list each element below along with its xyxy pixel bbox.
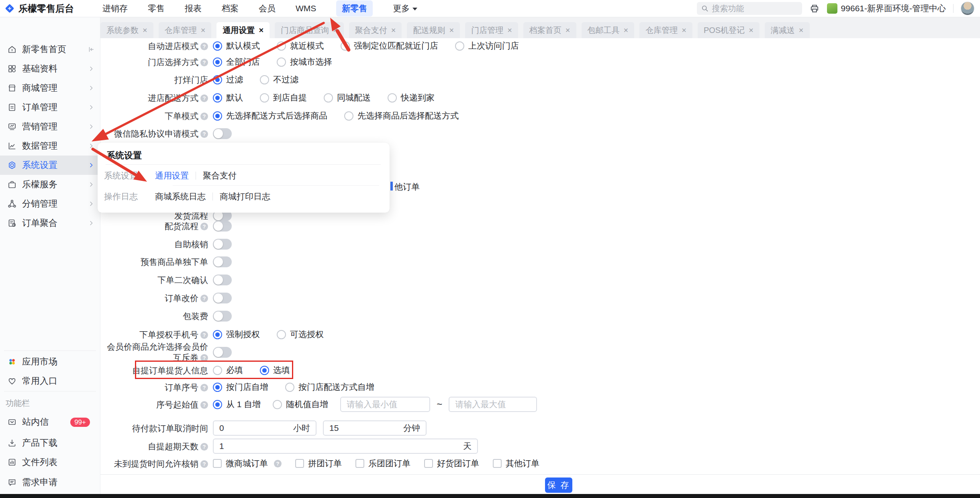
help-icon[interactable]: ? xyxy=(200,94,208,102)
radio-option[interactable]: 可选授权 xyxy=(277,329,324,340)
radio-option[interactable]: 全部门店 xyxy=(213,56,260,68)
help-icon[interactable]: ? xyxy=(200,460,208,468)
flyout-link-mall-print-log[interactable]: 商城打印日志 xyxy=(220,191,270,202)
menu-dangan[interactable]: 档案 xyxy=(222,3,239,14)
help-icon[interactable]: ? xyxy=(200,295,208,302)
close-icon[interactable]: × xyxy=(259,26,263,35)
cancel-hours-input[interactable] xyxy=(219,423,289,433)
close-icon[interactable]: × xyxy=(391,26,396,35)
menu-jinxiaocun[interactable]: 进销存 xyxy=(102,3,128,14)
radio-option[interactable]: 强制定位匹配就近门店 xyxy=(341,40,438,51)
radio-option[interactable]: 按门店自增 xyxy=(213,381,268,393)
sidebar-item-favorites[interactable]: 常用入口 xyxy=(0,371,100,391)
sidebar-item-data-mgmt[interactable]: 数据管理 xyxy=(0,136,100,156)
radio-option[interactable]: 默认模式 xyxy=(213,40,260,51)
menu-more[interactable]: 更多 xyxy=(393,3,417,14)
search-input[interactable] xyxy=(712,4,792,13)
radio-option[interactable]: 快递到家 xyxy=(388,92,435,103)
tab-cangkuguanli-1[interactable]: 仓库管理× xyxy=(159,22,212,38)
overdue-days-input[interactable] xyxy=(219,441,459,451)
tab-tongyongshezhi-active[interactable]: 通用设置× xyxy=(216,22,270,38)
close-icon[interactable]: × xyxy=(799,26,804,35)
collapse-sidebar-icon[interactable] xyxy=(88,46,95,53)
tab-peisongguize[interactable]: 配送规则× xyxy=(407,22,460,38)
toggle-off[interactable] xyxy=(213,256,232,267)
close-icon[interactable]: × xyxy=(566,26,570,35)
radio-option[interactable]: 先选择配送方式后选择商品 xyxy=(213,110,327,121)
checkbox-option[interactable]: 乐团团订单 xyxy=(355,458,410,469)
sidebar-item-inbox[interactable]: 站内信 99+ xyxy=(0,412,100,432)
toggle-off[interactable] xyxy=(213,347,232,358)
menu-xinlingshou-active[interactable]: 新零售 xyxy=(336,0,373,16)
radio-option[interactable]: 不过滤 xyxy=(260,74,298,85)
toggle-off[interactable] xyxy=(213,311,232,322)
radio-option[interactable]: 必填 xyxy=(213,365,243,376)
tab-xitongcanshu[interactable]: 系统参数× xyxy=(100,22,153,38)
radio-option[interactable]: 按门店配送方式自增 xyxy=(285,381,374,393)
close-icon[interactable]: × xyxy=(624,26,629,35)
tab-cangkuguanli-2[interactable]: 仓库管理× xyxy=(639,22,692,38)
tab-mendianshangpin[interactable]: 门店商品查询× xyxy=(275,22,344,38)
radio-option[interactable]: 强制授权 xyxy=(213,329,260,340)
help-icon[interactable]: ? xyxy=(200,331,208,339)
menu-huiyuan[interactable]: 会员 xyxy=(259,3,276,14)
user-avatar[interactable] xyxy=(961,2,974,15)
tab-danganshouye[interactable]: 档案首页× xyxy=(523,22,576,38)
sidebar-item-order-mgmt[interactable]: 订单管理 xyxy=(0,98,100,117)
checkbox-option[interactable]: 其他订单 xyxy=(493,458,539,469)
radio-option[interactable]: 上次访问门店 xyxy=(455,40,519,51)
radio-option[interactable]: 从 1 自增 xyxy=(213,399,261,410)
sidebar-item-distribution-mgmt[interactable]: 分销管理 xyxy=(0,194,100,213)
close-icon[interactable]: × xyxy=(143,26,147,35)
menu-baobiao[interactable]: 报表 xyxy=(185,3,202,14)
radio-option[interactable]: 过滤 xyxy=(213,74,243,85)
close-icon[interactable]: × xyxy=(507,26,512,35)
help-icon[interactable]: ? xyxy=(200,384,208,391)
min-value-input[interactable] xyxy=(347,400,424,409)
sidebar-item-basic-data[interactable]: 基础资料 xyxy=(0,59,100,78)
close-icon[interactable]: × xyxy=(449,26,454,35)
close-icon[interactable]: × xyxy=(333,26,338,35)
search-box[interactable] xyxy=(697,2,802,15)
toggle-off[interactable] xyxy=(213,239,232,250)
menu-wms[interactable]: WMS xyxy=(296,4,316,13)
radio-option[interactable]: 就近模式 xyxy=(277,40,324,51)
radio-option[interactable]: 按城市选择 xyxy=(277,56,332,68)
toggle-off[interactable] xyxy=(213,275,232,285)
sidebar-item-file-list[interactable]: 文件列表 xyxy=(0,453,100,472)
help-icon[interactable]: ? xyxy=(200,443,208,451)
help-icon[interactable]: ? xyxy=(200,354,208,362)
help-icon[interactable]: ? xyxy=(274,460,282,467)
help-icon[interactable]: ? xyxy=(200,113,208,120)
printer-icon[interactable] xyxy=(809,3,820,14)
sidebar-item-order-aggregation[interactable]: 订单聚合 xyxy=(0,213,100,233)
close-icon[interactable]: × xyxy=(682,26,686,35)
checkbox-option[interactable]: 拼团订单 xyxy=(295,458,342,469)
sidebar-item-home[interactable]: 新零售首页 xyxy=(0,40,100,59)
radio-option[interactable]: 选填 xyxy=(260,365,290,376)
tab-posjidengji[interactable]: POS机登记× xyxy=(698,22,760,38)
org-switcher[interactable]: 99661-新界面环境-管理中心 xyxy=(827,3,946,14)
checkbox-option[interactable]: 好货团订单 xyxy=(424,458,479,469)
checkbox-option[interactable]: 微商城订单? xyxy=(213,458,282,469)
radio-option[interactable]: 默认 xyxy=(213,92,243,103)
sidebar-item-marketing-mgmt[interactable]: 营销管理 xyxy=(0,117,100,136)
close-icon[interactable]: × xyxy=(749,26,753,35)
sidebar-item-mall-mgmt[interactable]: 商城管理 xyxy=(0,78,100,98)
toggle-off[interactable] xyxy=(213,293,232,303)
flyout-link-aggregate-pay[interactable]: 聚合支付 xyxy=(203,170,237,181)
toggle-off[interactable] xyxy=(213,221,232,232)
tab-juhezhifu[interactable]: 聚合支付× xyxy=(349,22,402,38)
sidebar-item-system-settings[interactable]: 系统设置 xyxy=(0,156,100,175)
sidebar-item-app-market[interactable]: 应用市场 xyxy=(0,352,100,371)
menu-lingshou[interactable]: 零售 xyxy=(148,3,165,14)
help-icon[interactable]: ? xyxy=(200,223,208,230)
help-icon[interactable]: ? xyxy=(200,43,208,50)
help-icon[interactable]: ? xyxy=(200,59,208,66)
radio-option[interactable]: 到店自提 xyxy=(260,92,307,103)
tab-mendianguanli[interactable]: 门店管理× xyxy=(465,22,518,38)
toggle-off[interactable] xyxy=(213,128,232,139)
max-value-input[interactable] xyxy=(455,400,531,409)
cancel-minutes-input[interactable] xyxy=(329,423,399,433)
radio-option[interactable]: 同城配送 xyxy=(324,92,371,103)
